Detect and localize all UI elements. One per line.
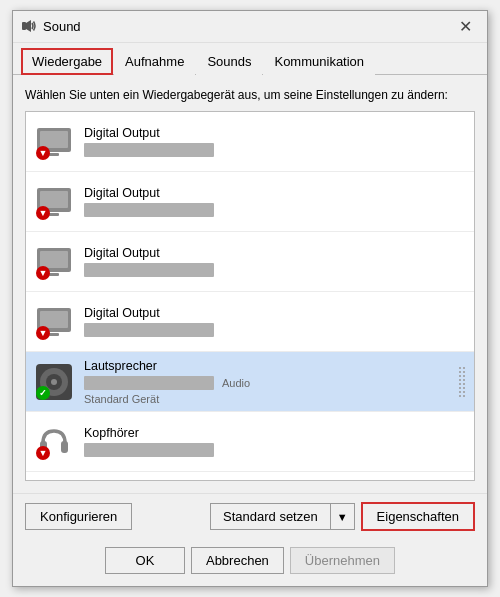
list-item[interactable]: ✓ Lautsprecher Audio Standard Gerät bbox=[26, 352, 474, 412]
action-buttons: Konfigurieren Standard setzen ▼ Eigensch… bbox=[13, 493, 487, 539]
device-info: Lautsprecher Audio Standard Gerät bbox=[84, 359, 454, 405]
device-icon: ▼ bbox=[34, 182, 74, 222]
device-icon: ▼ bbox=[34, 122, 74, 162]
disabled-icon: ▼ bbox=[36, 146, 50, 160]
default-icon: ✓ bbox=[36, 386, 50, 400]
device-info: Digital Output bbox=[84, 306, 466, 337]
dialog-buttons: OK Abbrechen Übernehmen bbox=[13, 539, 487, 586]
window-title: Sound bbox=[43, 19, 451, 34]
disabled-icon: ▼ bbox=[36, 326, 50, 340]
list-item[interactable]: ▼ Digital Output bbox=[26, 112, 474, 172]
tab-kommunikation[interactable]: Kommunikation bbox=[263, 48, 375, 75]
disabled-icon: ▼ bbox=[36, 266, 50, 280]
device-info: Digital Output bbox=[84, 186, 466, 217]
disabled-icon: ▼ bbox=[36, 446, 50, 460]
svg-rect-12 bbox=[49, 333, 59, 336]
abbrechen-button[interactable]: Abbrechen bbox=[191, 547, 284, 574]
svg-point-16 bbox=[51, 379, 57, 385]
tab-aufnahme[interactable]: Aufnahme bbox=[114, 48, 195, 75]
device-bar bbox=[84, 443, 214, 457]
standard-setzen-dropdown[interactable]: Standard setzen ▼ bbox=[210, 503, 355, 530]
device-bar bbox=[84, 323, 214, 337]
content-area: Wählen Sie unten ein Wiedergabegerät aus… bbox=[13, 74, 487, 494]
device-name: Digital Output bbox=[84, 126, 466, 140]
svg-rect-3 bbox=[49, 153, 59, 156]
list-item[interactable]: ▼ Kopfhörer bbox=[26, 412, 474, 472]
device-bar bbox=[84, 263, 214, 277]
device-bar bbox=[84, 143, 214, 157]
sound-dialog: Sound ✕ Wiedergabe Aufnahme Sounds Kommu… bbox=[12, 10, 488, 588]
eigenschaften-button[interactable]: Eigenschaften bbox=[361, 502, 475, 531]
device-name: Digital Output bbox=[84, 246, 466, 260]
list-item[interactable]: ▼ Digital Output bbox=[26, 292, 474, 352]
list-item[interactable]: ▼ Digital Output bbox=[26, 172, 474, 232]
disabled-icon: ▼ bbox=[36, 206, 50, 220]
device-name: Digital Output bbox=[84, 186, 466, 200]
title-bar: Sound ✕ bbox=[13, 11, 487, 43]
device-icon: ▼ bbox=[34, 242, 74, 282]
tab-sounds[interactable]: Sounds bbox=[196, 48, 262, 75]
device-icon: ▼ bbox=[34, 302, 74, 342]
ok-button[interactable]: OK bbox=[105, 547, 185, 574]
device-info: Digital Output bbox=[84, 126, 466, 157]
sound-icon bbox=[21, 18, 37, 34]
audio-label: Audio bbox=[222, 377, 250, 389]
svg-rect-9 bbox=[49, 273, 59, 276]
device-bar bbox=[84, 203, 214, 217]
device-name: Lautsprecher bbox=[84, 359, 157, 373]
list-item[interactable]: ▼ Digital Output bbox=[26, 232, 474, 292]
device-info: Digital Output bbox=[84, 246, 466, 277]
standard-setzen-button[interactable]: Standard setzen bbox=[210, 503, 330, 530]
svg-rect-6 bbox=[49, 213, 59, 216]
svg-rect-0 bbox=[22, 22, 26, 30]
tab-wiedergabe[interactable]: Wiedergabe bbox=[21, 48, 113, 75]
device-name: Digital Output bbox=[84, 306, 466, 320]
device-info: Kopfhörer bbox=[84, 426, 466, 457]
drag-handle bbox=[458, 364, 466, 400]
device-bar bbox=[84, 376, 214, 390]
device-name: Kopfhörer bbox=[84, 426, 466, 440]
speaker-device-icon: ✓ bbox=[34, 362, 74, 402]
svg-rect-18 bbox=[61, 441, 68, 453]
tab-bar: Wiedergabe Aufnahme Sounds Kommunikation bbox=[13, 43, 487, 74]
uebernehmen-button[interactable]: Übernehmen bbox=[290, 547, 395, 574]
konfigurieren-button[interactable]: Konfigurieren bbox=[25, 503, 132, 530]
close-button[interactable]: ✕ bbox=[451, 14, 479, 38]
device-list[interactable]: ▼ Digital Output ▼ Dig bbox=[25, 111, 475, 481]
instruction-text: Wählen Sie unten ein Wiedergabegerät aus… bbox=[25, 87, 475, 104]
headphone-device-icon: ▼ bbox=[34, 422, 74, 462]
standard-setzen-arrow[interactable]: ▼ bbox=[330, 503, 355, 530]
device-sub-label: Standard Gerät bbox=[84, 393, 454, 405]
